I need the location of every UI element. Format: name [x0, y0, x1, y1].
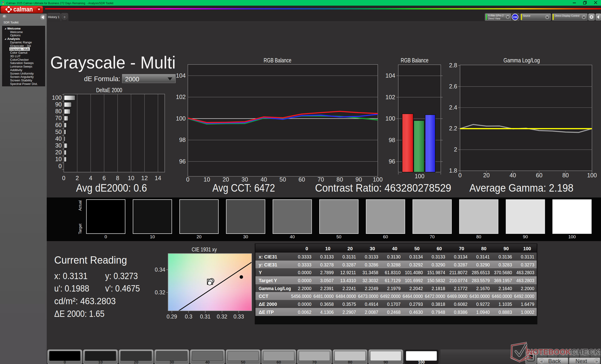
svg-text:60: 60 [55, 122, 62, 128]
svg-text:0: 0 [64, 360, 66, 364]
svg-text:Direct Display Control: Direct Display Control [555, 14, 579, 17]
svg-text:0: 0 [186, 176, 190, 183]
svg-text:0.3288: 0.3288 [387, 262, 401, 267]
svg-text:ColorChecker: ColorChecker [10, 58, 29, 61]
svg-text:2.2907: 2.2907 [342, 310, 356, 315]
svg-text:90: 90 [504, 246, 509, 251]
svg-text:0.3134: 0.3134 [410, 254, 423, 259]
svg-text:12.9211: 12.9211 [340, 270, 356, 275]
svg-text:Options: Options [10, 34, 21, 37]
svg-text:calman: calman [13, 6, 33, 13]
svg-text:cd/m²: 463.2803: cd/m²: 463.2803 [54, 296, 116, 306]
svg-text:Source: Source [523, 14, 530, 17]
svg-text:3.0507: 3.0507 [320, 278, 334, 283]
svg-text:Contrast Ratio: 463280278529: Contrast Ratio: 463280278529 [315, 182, 451, 194]
svg-text:1.6479: 1.6479 [521, 302, 534, 307]
svg-text:0.3290: 0.3290 [476, 262, 490, 267]
svg-text:80: 80 [562, 172, 569, 179]
svg-text:100: 100 [418, 360, 425, 364]
svg-text:Current Reading: Current Reading [54, 254, 127, 266]
svg-text:102: 102 [176, 94, 186, 100]
svg-text:4: 4 [89, 175, 92, 181]
svg-text:61.7129: 61.7129 [385, 278, 401, 283]
svg-text:Calman 2025 Calman Ultimate fo: Calman 2025 Calman Ultimate for Business… [6, 1, 113, 5]
svg-text:235: 235 [513, 16, 517, 19]
svg-text:1.8: 1.8 [449, 167, 457, 174]
svg-text:0.4630: 0.4630 [410, 310, 423, 315]
svg-text:0.4914: 0.4914 [365, 302, 379, 307]
svg-text:0.2468: 0.2468 [387, 310, 401, 315]
svg-text:0.3131: 0.3131 [521, 254, 534, 259]
svg-text:0.6082: 0.6082 [454, 302, 468, 307]
svg-text:10: 10 [98, 360, 103, 364]
svg-text:370.5680: 370.5680 [494, 270, 512, 275]
svg-text:40: 40 [510, 172, 516, 179]
svg-text:4.1306: 4.1306 [320, 310, 334, 315]
svg-text:6472.0000: 6472.0000 [425, 294, 445, 299]
svg-text:2.7899: 2.7899 [320, 270, 334, 275]
svg-text:96: 96 [179, 158, 186, 165]
svg-text:Analysis: Analysis [7, 37, 20, 41]
svg-text:90: 90 [523, 234, 528, 239]
svg-text:6460.0000: 6460.0000 [492, 294, 512, 299]
svg-text:32.3032: 32.3032 [362, 278, 378, 283]
svg-text:60: 60 [437, 246, 442, 251]
svg-text:History 1: History 1 [48, 16, 60, 19]
svg-text:0.31: 0.31 [200, 314, 210, 320]
svg-text:0.0000: 0.0000 [298, 302, 311, 307]
svg-text:0.3141: 0.3141 [476, 254, 490, 259]
svg-text:0: 0 [104, 234, 107, 239]
svg-text:Y: Y [259, 270, 262, 275]
svg-text:Avg dE2000: 0.6: Avg dE2000: 0.6 [76, 182, 147, 194]
svg-text:0.3131: 0.3131 [342, 254, 356, 259]
svg-text:1.0002: 1.0002 [521, 310, 534, 315]
svg-text:2.2391: 2.2391 [320, 286, 334, 291]
svg-text:100: 100 [385, 115, 395, 122]
svg-text:80: 80 [476, 234, 481, 239]
svg-text:100: 100 [523, 246, 531, 251]
svg-text:10: 10 [150, 234, 155, 239]
svg-text:10: 10 [203, 176, 210, 183]
svg-text:ΔE 2000: ΔE 2000 [259, 302, 277, 307]
svg-text:100: 100 [176, 115, 186, 122]
svg-text:2.4: 2.4 [449, 104, 457, 111]
svg-text:X-Rite i1Pro 2: X-Rite i1Pro 2 [488, 14, 504, 17]
svg-text:Actual: Actual [78, 200, 82, 211]
svg-text:Target Y: Target Y [259, 278, 277, 283]
svg-text:2: 2 [76, 175, 79, 181]
svg-text:2.2: 2.2 [449, 125, 457, 132]
svg-text:5456.0000: 5456.0000 [291, 294, 311, 299]
svg-text:ΔE ITP: ΔE ITP [259, 310, 274, 315]
svg-text:70: 70 [312, 360, 317, 364]
svg-text:0.3283: 0.3283 [498, 262, 512, 267]
svg-text:101.4080: 101.4080 [405, 270, 423, 275]
svg-text:98: 98 [179, 136, 186, 143]
svg-text:60: 60 [383, 234, 388, 239]
svg-text:Grayscale - Multi: Grayscale - Multi [50, 53, 176, 72]
svg-text:40: 40 [290, 234, 295, 239]
svg-text:30: 30 [170, 360, 174, 364]
svg-text:6481.0000: 6481.0000 [313, 294, 334, 299]
svg-text:Gamma Log/Log: Gamma Log/Log [504, 57, 540, 64]
svg-text:102: 102 [385, 94, 395, 100]
svg-text:0.3134: 0.3134 [454, 254, 468, 259]
svg-text:0.0062: 0.0062 [298, 310, 311, 315]
svg-text:2.1640: 2.1640 [498, 286, 512, 291]
svg-text:20: 20 [197, 234, 201, 239]
svg-text:0.2793: 0.2793 [410, 302, 423, 307]
svg-text:40: 40 [55, 135, 62, 142]
svg-text:0: 0 [305, 246, 308, 251]
svg-text:31.3458: 31.3458 [362, 270, 378, 275]
svg-text:10: 10 [325, 246, 330, 251]
svg-text:3D LUT: 3D LUT [10, 54, 21, 58]
svg-text:0: 0 [459, 172, 462, 179]
svg-text:Average Gamma: 2.198: Average Gamma: 2.198 [470, 182, 573, 194]
svg-text:96: 96 [389, 158, 395, 165]
svg-text:SDR Toolkit: SDR Toolkit [3, 21, 19, 24]
svg-text:0.3818: 0.3818 [432, 302, 445, 307]
svg-text:ΔE 2000: 1.65: ΔE 2000: 1.65 [54, 309, 104, 319]
svg-text:2.0087: 2.0087 [365, 310, 379, 315]
svg-text:Screen Uniformity: Screen Uniformity [10, 72, 34, 75]
svg-text:12: 12 [141, 175, 148, 181]
svg-text:Spectral Power Dist.: Spectral Power Dist. [10, 82, 38, 86]
